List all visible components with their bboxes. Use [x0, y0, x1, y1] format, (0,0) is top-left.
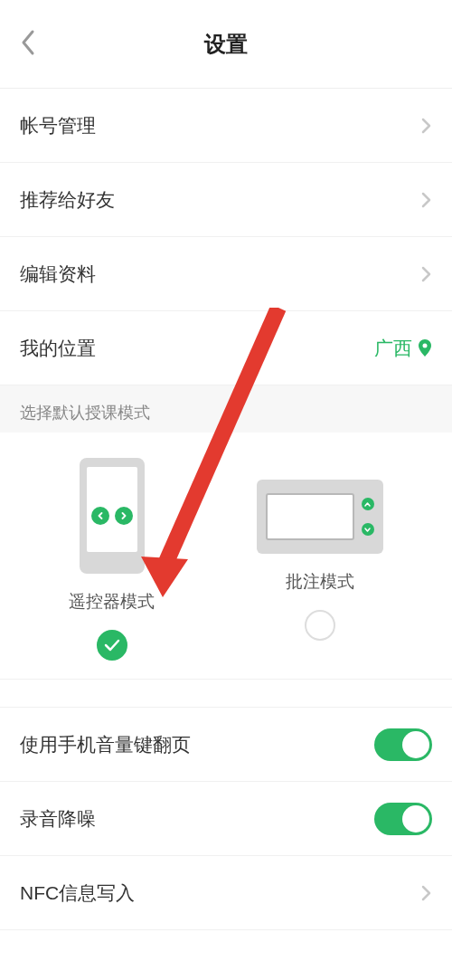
- menu-item-recommend[interactable]: 推荐给好友: [0, 163, 452, 237]
- check-icon: [104, 639, 120, 652]
- prev-icon: [91, 507, 109, 525]
- location-text: 广西: [374, 336, 412, 361]
- setting-label: 使用手机音量键翻页: [20, 732, 191, 757]
- chevron-left-icon: [20, 29, 36, 56]
- location-pin-icon: [418, 339, 432, 357]
- menu-label: 编辑资料: [20, 262, 96, 287]
- toggle-volume-page[interactable]: [374, 728, 432, 761]
- location-value-wrap: 广西: [374, 336, 432, 361]
- setting-noise-reduction: 录音降噪: [0, 782, 452, 856]
- setting-volume-page: 使用手机音量键翻页: [0, 708, 452, 782]
- chevron-right-icon: [420, 191, 432, 209]
- menu-item-edit-profile[interactable]: 编辑资料: [0, 237, 452, 311]
- svg-point-0: [423, 343, 428, 347]
- menu-item-location[interactable]: 我的位置 广西: [0, 311, 452, 385]
- setting-label: 录音降噪: [20, 806, 96, 832]
- menu-label: 我的位置: [20, 336, 96, 361]
- setting-nfc-write[interactable]: NFC信息写入: [0, 856, 452, 930]
- setting-label: NFC信息写入: [20, 880, 135, 906]
- down-icon: [362, 523, 374, 536]
- settings-block: 使用手机音量键翻页 录音降噪 NFC信息写入: [0, 707, 452, 930]
- chevron-right-icon: [420, 117, 432, 135]
- radio-annotate[interactable]: [305, 610, 335, 641]
- mode-label: 遥控器模式: [69, 590, 155, 614]
- chevron-right-icon: [420, 884, 432, 902]
- chevron-right-icon: [420, 265, 432, 283]
- remote-illustration: [80, 458, 145, 574]
- section-title: 选择默认授课模式: [20, 402, 150, 423]
- menu-item-account[interactable]: 帐号管理: [0, 89, 452, 163]
- menu-label: 帐号管理: [20, 113, 96, 138]
- menu-label: 推荐给好友: [20, 187, 115, 213]
- annotate-illustration: [257, 480, 383, 554]
- back-button[interactable]: [20, 29, 36, 60]
- mode-option-annotate[interactable]: 批注模式: [257, 458, 383, 661]
- mode-label: 批注模式: [286, 570, 354, 594]
- up-icon: [362, 498, 374, 510]
- mode-option-remote[interactable]: 遥控器模式: [69, 458, 155, 661]
- page-title: 设置: [204, 30, 248, 59]
- header: 设置: [0, 0, 452, 89]
- radio-remote[interactable]: [97, 630, 127, 661]
- mode-picker: 遥控器模式 批注模式: [0, 433, 452, 680]
- section-header: 选择默认授课模式: [0, 385, 452, 433]
- next-icon: [115, 507, 133, 525]
- toggle-noise-reduction[interactable]: [374, 803, 432, 835]
